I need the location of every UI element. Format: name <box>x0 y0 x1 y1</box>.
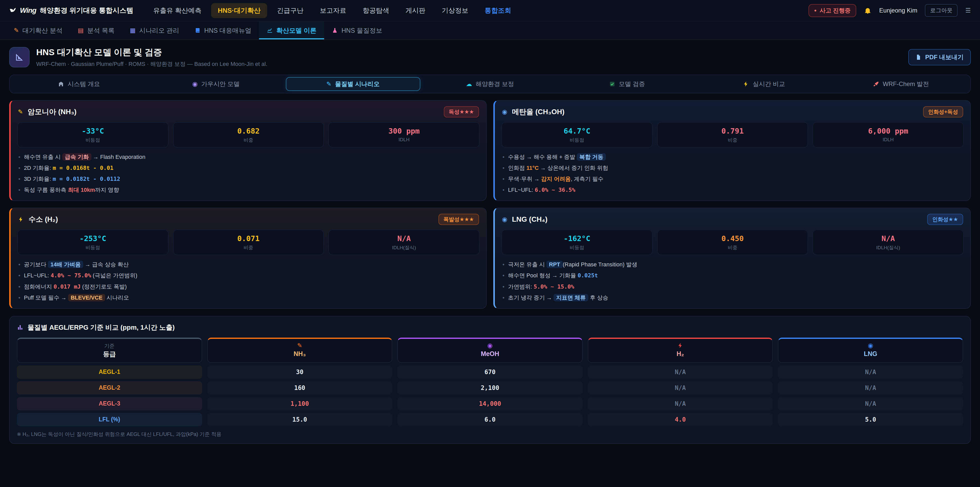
stat-label: 비등점 <box>20 137 166 144</box>
section-tab-label: 물질별 시나리오 <box>335 80 380 88</box>
subnav-item-3[interactable]: ▦시나리오 관리 <box>122 21 187 39</box>
topnav-item-4[interactable]: 보고자료 <box>313 3 353 18</box>
section-tab-1[interactable]: 시스템 개요 <box>12 77 146 91</box>
substance-name: H₂ <box>588 350 773 358</box>
section-tab-6[interactable]: 실시간 비교 <box>697 77 831 91</box>
row-label: AEGL-2 <box>17 381 202 394</box>
text-segment: → 상온에서 증기 인화 위험 <box>539 165 608 171</box>
stat-label: 비등점 <box>504 137 650 144</box>
text-segment: 6.0% ~ 36.5% <box>535 187 575 193</box>
hamburger-menu-icon[interactable]: ☰ <box>965 7 971 14</box>
bullet-list: •극저온 유출 시 RPT(Rapid Phase Transition) 발생… <box>495 255 970 303</box>
app-viewport: Wing 해양환경 위기대응 통합시스템 유출유 확산예측HNS·대기확산긴급구… <box>0 0 980 487</box>
substance-name: NH₃ <box>208 350 392 358</box>
bullet-item: •수용성 → 해수 용해 + 증발 복합 거동 <box>503 153 963 161</box>
user-name[interactable]: Eunjeong Kim <box>879 7 917 14</box>
bullet-dot: • <box>18 187 21 193</box>
row-label: AEGL-3 <box>17 397 202 410</box>
topnav-item-3[interactable]: 긴급구난 <box>270 3 310 18</box>
alert-label: 사고 진행중 <box>820 6 851 14</box>
section-tab-2[interactable]: ◉가우시안 모델 <box>149 77 283 91</box>
section-tab-label: 해양환경 보정 <box>476 80 514 88</box>
substance-title: LNG (CH₄) <box>512 215 547 224</box>
section-tab-label: 실시간 비교 <box>752 80 785 88</box>
topnav-item-8[interactable]: 통합조회 <box>478 3 518 18</box>
subnav-item-1[interactable]: ✎대기확산 분석 <box>6 21 70 39</box>
stats-row: -162°C비등점0.450비중N/AIDLH(질식) <box>495 230 970 255</box>
table-cell: 6.0 <box>397 413 583 426</box>
stat-label: 비중 <box>176 137 321 144</box>
section-tab-4[interactable]: ☁해양환경 보정 <box>423 77 557 91</box>
circle-dot-icon: ◉ <box>502 216 508 222</box>
text-segment: 가연범위: <box>508 283 534 290</box>
stat-value: 300 ppm <box>331 127 477 135</box>
substance-card-nh3: ✎암모니아 (NH₃)독성★★★-33°C비등점0.682비중300 ppmID… <box>9 100 487 201</box>
aegl-table: 기준등급✎NH₃◉MeOHH₂◉LNGAEGL-130670N/AN/AAEGL… <box>17 338 963 426</box>
subnav-item-label: HNS 물질정보 <box>342 26 382 35</box>
section-tab-5[interactable]: 모델 검증 <box>560 77 694 91</box>
logout-button[interactable]: 로그아웃 <box>925 4 958 17</box>
document-icon <box>915 54 921 60</box>
text-segment: RPT <box>546 261 563 268</box>
lightning-icon <box>743 81 749 87</box>
table-title-row: 물질별 AEGL/ERPG 기준 비교 (ppm, 1시간 노출) <box>17 323 963 332</box>
stat-label: 비등점 <box>20 244 166 251</box>
notification-bell-icon[interactable] <box>864 6 872 14</box>
substance-card-lng: ◉LNG (CH₄)인화성★★-162°C비등점0.450비중N/AIDLH(질… <box>493 208 971 308</box>
section-tab-3[interactable]: ✎물질별 시나리오 <box>286 77 420 91</box>
pencil-icon: ✎ <box>14 27 19 34</box>
text-segment: 최대 10km <box>68 187 95 193</box>
topnav-item-5[interactable]: 항공탐색 <box>356 3 396 18</box>
section-tab-label: 시스템 개요 <box>68 80 100 88</box>
subnav-item-6[interactable]: HNS 물질정보 <box>324 21 390 39</box>
stat-value: 0.071 <box>176 234 321 243</box>
stat-label: IDLH(질식) <box>331 244 477 251</box>
grid-icon: ▦ <box>130 27 136 34</box>
section-tab-label: 모델 검증 <box>619 80 645 88</box>
subnav-item-label: HNS 대응매뉴얼 <box>204 26 251 35</box>
criteria-header-bottom: 등급 <box>18 350 202 358</box>
hazard-badge: 폭발성★★★ <box>438 214 479 225</box>
subnav-item-4[interactable]: HNS 대응매뉴얼 <box>187 21 259 39</box>
incident-status-badge[interactable]: ● 사고 진행중 <box>808 4 856 17</box>
text-segment: (Rapid Phase Transition) 발생 <box>563 261 637 268</box>
card-header: ✎암모니아 (NH₃)독성★★★ <box>11 101 486 122</box>
stat-box: 6,000 ppmIDLH <box>813 122 964 148</box>
bullet-item: •3D 기화율: m = 0.0182t - 0.0112 <box>18 175 479 184</box>
section-tabs: 시스템 개요◉가우시안 모델✎물질별 시나리오☁해양환경 보정모델 검증실시간 … <box>9 75 971 93</box>
table-header-row: 기준등급✎NH₃◉MeOHH₂◉LNG <box>17 338 963 363</box>
subnav-item-2[interactable]: ▤분석 목록 <box>70 21 122 39</box>
bullet-dot: • <box>18 272 21 279</box>
topnav-item-1[interactable]: 유출유 확산예측 <box>146 3 208 18</box>
text-segment: → Flash Evaporation <box>91 154 145 160</box>
brand-logo[interactable]: Wing 해양환경 위기대응 통합시스템 <box>9 6 133 15</box>
subnav-item-label: 확산모델 이론 <box>277 26 317 35</box>
circle-dot-icon: ◉ <box>502 109 508 115</box>
subnav-item-5[interactable]: 확산모델 이론 <box>259 21 324 39</box>
brand-wordmark: Wing <box>20 6 36 14</box>
table-cell: N/A <box>778 381 963 394</box>
stat-value: 64.7°C <box>504 127 650 135</box>
table-cell: 30 <box>207 366 393 379</box>
circle-dot-icon: ◉ <box>192 81 197 87</box>
card-header: ◉메탄올 (CH₃OH)인화성+독성 <box>495 101 970 122</box>
page-header-text: HNS 대기확산 모델 이론 및 검증 WRF-Chem · Gaussian … <box>36 46 267 68</box>
topnav-item-2[interactable]: HNS·대기확산 <box>211 3 267 18</box>
text-segment: 초기 냉각 증기 → <box>508 294 554 301</box>
stat-box: 64.7°C비등점 <box>501 122 652 148</box>
text-segment: 0.025t <box>578 272 598 279</box>
stat-box: 0.450비중 <box>657 230 808 255</box>
pencil-icon: ✎ <box>208 342 392 348</box>
pdf-export-button[interactable]: PDF 내보내기 <box>908 49 971 65</box>
substance-title: 암모니아 (NH₃) <box>27 107 76 117</box>
card-header: 수소 (H₂)폭발성★★★ <box>11 208 486 230</box>
section-tab-7[interactable]: WRF-Chem 발전 <box>834 77 968 91</box>
bullet-dot: • <box>18 283 21 290</box>
table-row-2: AEGL-21602,100N/AN/A <box>17 381 963 394</box>
bar-chart-icon <box>17 324 24 331</box>
bullet-dot: • <box>503 187 504 193</box>
topnav-item-7[interactable]: 기상정보 <box>435 3 475 18</box>
subnav-item-label: 시나리오 관리 <box>139 26 179 35</box>
alert-dot-icon: ● <box>814 8 817 13</box>
topnav-item-6[interactable]: 게시판 <box>399 3 432 18</box>
